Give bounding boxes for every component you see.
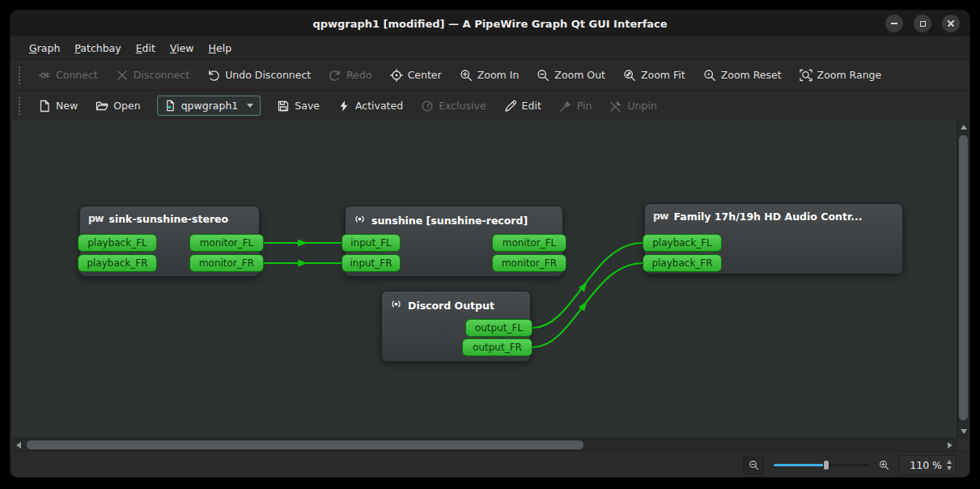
zoom-value-input[interactable] bbox=[903, 459, 945, 471]
port-sunshine-monitor-fr-out[interactable]: monitor_FR bbox=[492, 254, 566, 272]
zoom-in-button[interactable]: Zoom In bbox=[453, 65, 526, 86]
port-family-playback-fr-in[interactable]: playback_FR bbox=[643, 254, 722, 272]
close-icon bbox=[947, 19, 955, 28]
scroll-up-button[interactable] bbox=[957, 121, 970, 134]
arrow-down-icon bbox=[961, 429, 967, 434]
node-title-bar: pw Family 17h/19h HD Audio Contr... bbox=[645, 204, 902, 226]
graph-toolbar: Connect Disconnect Undo Disconnect Redo … bbox=[11, 60, 969, 91]
new-button[interactable]: New bbox=[32, 96, 84, 117]
close-button[interactable] bbox=[942, 15, 960, 32]
horizontal-scrollbar-thumb[interactable] bbox=[27, 440, 583, 449]
horizontal-scrollbar[interactable] bbox=[12, 438, 957, 451]
undo-icon bbox=[207, 69, 220, 82]
connect-icon bbox=[38, 69, 51, 82]
graph-canvas[interactable]: pw sink-sunshine-stereo playback_FL play… bbox=[12, 121, 957, 438]
zoom-fit-button[interactable]: Zoom Fit bbox=[617, 65, 692, 86]
disconnect-icon bbox=[116, 69, 129, 82]
wire-arrowhead bbox=[298, 260, 308, 267]
pin-label: Pin bbox=[577, 100, 592, 112]
zoom-out-icon bbox=[537, 69, 549, 82]
connection-wires bbox=[12, 121, 957, 438]
zoom-reset-icon bbox=[703, 69, 716, 82]
spin-up-button[interactable] bbox=[947, 460, 952, 464]
port-playback-fl-in[interactable]: playback_FL bbox=[78, 234, 157, 252]
save-button[interactable]: Save bbox=[270, 96, 326, 117]
undo-disconnect-label: Undo Disconnect bbox=[225, 69, 311, 81]
port-family-playback-fl-in[interactable]: playback_FL bbox=[643, 234, 722, 252]
scroll-right-button[interactable] bbox=[944, 439, 957, 452]
exclusive-icon: f bbox=[421, 100, 434, 113]
save-label: Save bbox=[295, 100, 320, 112]
port-sunshine-monitor-fl-out[interactable]: monitor_FL bbox=[492, 234, 566, 252]
menu-view[interactable]: View bbox=[163, 39, 202, 57]
record-icon bbox=[390, 298, 402, 313]
qpwgraph-window: qpwgraph1 [modified] — A PipeWire Graph … bbox=[10, 10, 970, 478]
edit-label: Edit bbox=[522, 100, 541, 112]
record-icon bbox=[354, 213, 366, 227]
zoom-reset-button[interactable]: Zoom Reset bbox=[697, 65, 788, 86]
menu-help[interactable]: Help bbox=[202, 39, 240, 57]
redo-button: Redo bbox=[322, 65, 378, 86]
port-monitor-fr-out[interactable]: monitor_FR bbox=[189, 254, 264, 272]
disconnect-button: Disconnect bbox=[109, 65, 196, 86]
window-title: qpwgraph1 [modified] — A PipeWire Graph … bbox=[312, 18, 667, 30]
magnifier-minus-icon bbox=[749, 460, 759, 470]
undo-disconnect-button[interactable]: Undo Disconnect bbox=[201, 65, 317, 86]
pipewire-icon: pw bbox=[88, 214, 104, 224]
menu-patchbay[interactable]: Patchbay bbox=[67, 39, 128, 57]
port-playback-fr-in[interactable]: playback_FR bbox=[78, 254, 157, 272]
zoom-slider[interactable] bbox=[774, 458, 869, 472]
port-input-fl-in[interactable]: input_FL bbox=[342, 234, 401, 252]
exclusive-label: Exclusive bbox=[439, 100, 486, 112]
magnifier-plus-icon[interactable] bbox=[879, 460, 889, 470]
port-monitor-fl-out[interactable]: monitor_FL bbox=[189, 234, 264, 252]
open-button[interactable]: Open bbox=[89, 96, 146, 117]
lightning-bolt-icon bbox=[337, 100, 350, 113]
port-output-fr-out[interactable]: output_FR bbox=[462, 338, 532, 356]
port-input-fr-in[interactable]: input_FR bbox=[342, 254, 401, 272]
minimize-icon bbox=[891, 23, 897, 24]
center-button[interactable]: Center bbox=[384, 65, 448, 86]
menu-graph[interactable]: Graph bbox=[22, 39, 67, 57]
vertical-scrollbar-thumb[interactable] bbox=[959, 135, 968, 420]
spin-down-button[interactable] bbox=[947, 466, 952, 470]
unpin-label: Unpin bbox=[627, 100, 656, 112]
maximize-button[interactable] bbox=[914, 15, 931, 32]
svg-text:f: f bbox=[426, 102, 431, 110]
pin-button: Pin bbox=[553, 96, 599, 117]
connect-button: Connect bbox=[32, 65, 104, 86]
pin-icon bbox=[559, 100, 572, 113]
center-icon bbox=[390, 69, 403, 82]
zoom-range-button[interactable]: Zoom Range bbox=[793, 65, 889, 86]
scrollbar-corner bbox=[957, 438, 969, 451]
titlebar[interactable]: qpwgraph1 [modified] — A PipeWire Graph … bbox=[11, 11, 969, 36]
statusbar bbox=[11, 451, 969, 478]
edit-button[interactable]: Edit bbox=[498, 96, 548, 117]
patchbay-selector-dropdown[interactable]: qpwgraph1 bbox=[157, 96, 261, 116]
zoom-in-icon bbox=[460, 69, 473, 82]
spinbox-arrows bbox=[945, 460, 953, 470]
toolbar-drag-handle[interactable] bbox=[19, 97, 20, 115]
menu-edit[interactable]: Edit bbox=[129, 39, 163, 57]
node-title: Family 17h/19h HD Audio Contr... bbox=[674, 210, 863, 223]
scroll-left-button[interactable] bbox=[12, 439, 25, 452]
node-title-bar: Discord Output bbox=[382, 291, 530, 316]
zoom-out-small-button[interactable] bbox=[743, 457, 764, 474]
zoom-in-label: Zoom In bbox=[477, 69, 520, 81]
redo-label: Redo bbox=[346, 69, 371, 81]
zoom-out-button[interactable]: Zoom Out bbox=[530, 65, 612, 86]
toolbar-drag-handle[interactable] bbox=[19, 66, 20, 84]
zoom-spinbox bbox=[899, 455, 957, 475]
zoom-slider-handle[interactable] bbox=[823, 460, 829, 470]
port-output-fl-out[interactable]: output_FL bbox=[465, 319, 532, 337]
activated-toggle[interactable]: Activated bbox=[331, 96, 409, 117]
node-title: Discord Output bbox=[408, 300, 494, 312]
minimize-button[interactable] bbox=[885, 15, 903, 32]
scroll-down-button[interactable] bbox=[957, 425, 970, 438]
zoom-out-label: Zoom Out bbox=[554, 69, 605, 81]
vertical-scrollbar[interactable] bbox=[957, 121, 969, 438]
wire-arrowhead bbox=[298, 240, 308, 247]
connect-label: Connect bbox=[56, 69, 98, 81]
patchbay-toolbar: New Open qpwgraph1 Save Activated f Excl… bbox=[11, 91, 969, 121]
zoom-fit-label: Zoom Fit bbox=[641, 69, 685, 81]
